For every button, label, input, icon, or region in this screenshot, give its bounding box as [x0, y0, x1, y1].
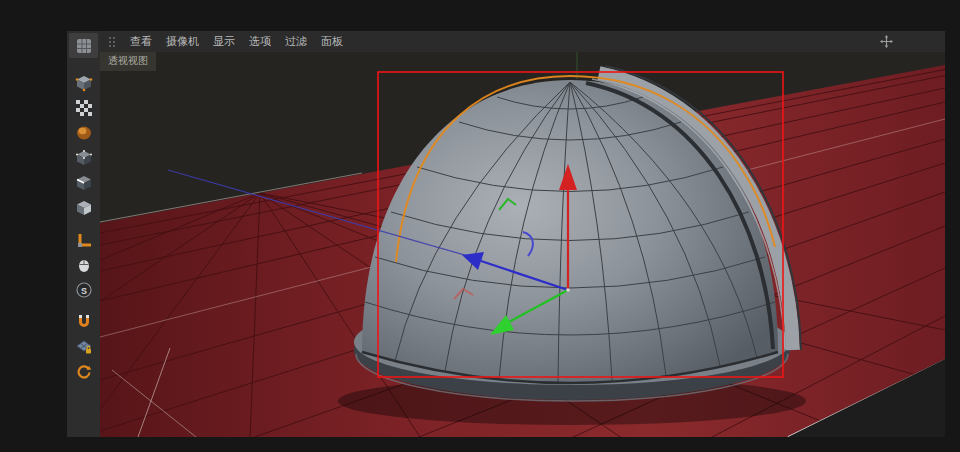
menu-item-filter[interactable]: 过滤: [285, 31, 307, 52]
viewport-menubar: 查看 摄像机 显示 选项 过滤 面板: [100, 31, 945, 52]
snap-icon[interactable]: S: [69, 277, 98, 302]
edge-mode-icon[interactable]: [69, 170, 98, 195]
rotate-icon[interactable]: [69, 359, 98, 384]
make-editable-icon[interactable]: [69, 70, 98, 95]
viewport-canvas[interactable]: [100, 52, 945, 437]
left-toolbar: S: [67, 31, 100, 437]
viewport: 透视视图: [100, 52, 945, 437]
app-grid-icon[interactable]: [69, 33, 98, 58]
menu-item-view[interactable]: 查看: [130, 31, 152, 52]
viewport-label[interactable]: 透视视图: [100, 52, 156, 71]
workplane-lock-icon[interactable]: [69, 334, 98, 359]
pan-cross-icon[interactable]: [880, 35, 893, 48]
menu-item-display[interactable]: 显示: [213, 31, 235, 52]
menu-item-options[interactable]: 选项: [249, 31, 271, 52]
polygon-mode-icon[interactable]: [69, 195, 98, 220]
axis-mode-icon[interactable]: [69, 227, 98, 252]
point-mode-icon[interactable]: [69, 145, 98, 170]
magnet-icon[interactable]: [69, 309, 98, 334]
menu-item-cameras[interactable]: 摄像机: [166, 31, 199, 52]
model-mode-icon[interactable]: [69, 120, 98, 145]
grip-dots-icon[interactable]: [108, 36, 116, 48]
snap-letter: S: [80, 285, 86, 295]
mouse-icon[interactable]: [69, 252, 98, 277]
menu-item-panel[interactable]: 面板: [321, 31, 343, 52]
app-window: S: [0, 0, 960, 452]
gizmo-origin[interactable]: [566, 288, 570, 292]
texture-checker-icon[interactable]: [69, 95, 98, 120]
